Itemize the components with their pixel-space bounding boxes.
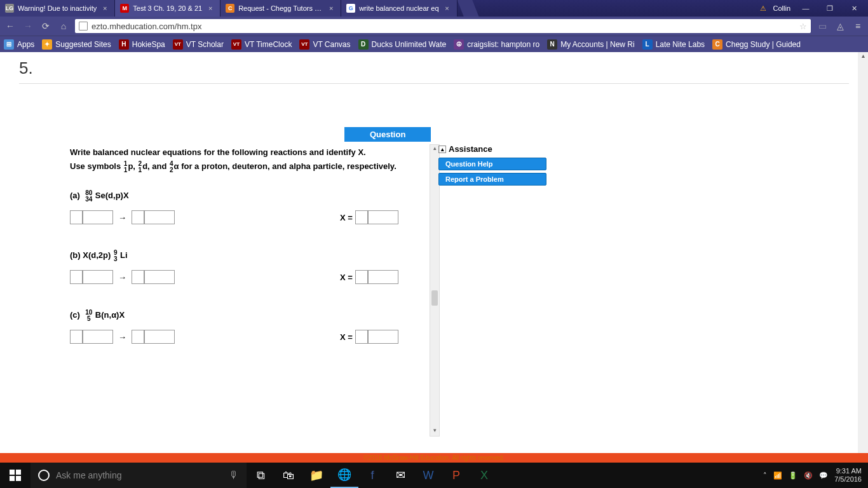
chrome-icon[interactable]: 🌐 bbox=[330, 463, 358, 488]
input-b-right-sup[interactable] bbox=[132, 270, 144, 284]
start-button[interactable] bbox=[0, 463, 31, 488]
input-a-x[interactable] bbox=[368, 210, 398, 224]
bookmark-latenite[interactable]: LLate Nite Labs bbox=[642, 39, 705, 50]
bookmark-star-icon[interactable]: ☆ bbox=[799, 22, 807, 31]
tray-chevron-icon[interactable]: ˄ bbox=[763, 471, 767, 480]
action-center-icon[interactable]: 💬 bbox=[819, 471, 828, 480]
store-icon[interactable]: 🛍 bbox=[275, 463, 302, 488]
close-icon[interactable]: × bbox=[100, 4, 109, 12]
footer-copyright: ©2016 McGraw-Hill Education. All rights … bbox=[0, 453, 868, 463]
close-icon[interactable]: × bbox=[206, 4, 215, 12]
facebook-icon[interactable]: f bbox=[358, 463, 386, 488]
input-c-left[interactable] bbox=[83, 330, 113, 344]
word-icon[interactable]: W bbox=[414, 463, 442, 488]
bookmark-craigslist[interactable]: ☮craigslist: hampton ro bbox=[454, 39, 539, 50]
input-c-x[interactable] bbox=[368, 330, 398, 344]
bm-label: VT Canvas bbox=[313, 40, 350, 49]
input-c-left-sup[interactable] bbox=[70, 330, 83, 344]
input-a-right-sup[interactable] bbox=[132, 210, 144, 224]
bookmark-hokiespa[interactable]: HHokieSpa bbox=[119, 39, 165, 50]
browser-toolbar: ← → ⟳ ⌂ ezto.mheducation.com/hm.tpx ☆ ▭ … bbox=[0, 17, 868, 36]
microphone-icon[interactable]: 🎙 bbox=[229, 470, 239, 481]
wifi-icon[interactable]: 📶 bbox=[773, 471, 782, 480]
b-iso-atno: 3 bbox=[114, 256, 118, 262]
report-problem-button[interactable]: Report a Problem bbox=[438, 173, 546, 186]
peace-icon: ☮ bbox=[454, 39, 464, 50]
footer-text: ©2016 McGraw-Hill Education. All rights … bbox=[363, 454, 505, 461]
vt-icon: VT bbox=[299, 39, 309, 50]
page-icon bbox=[79, 22, 88, 30]
input-c-right[interactable] bbox=[144, 330, 175, 344]
bookmark-accounts[interactable]: NMy Accounts | New Ri bbox=[547, 39, 634, 50]
bookmark-apps[interactable]: ⊞Apps bbox=[4, 39, 34, 50]
tab-title-3: write balanced nuclear eq bbox=[359, 4, 438, 12]
q2-suffix: α for a proton, deuteron, and alpha part… bbox=[174, 161, 397, 171]
mail-icon[interactable]: ✉ bbox=[386, 463, 414, 488]
clock-time: 9:31 AM bbox=[834, 467, 862, 475]
scroll-up-icon[interactable]: ▴ bbox=[858, 52, 868, 59]
reload-button[interactable]: ⟳ bbox=[39, 20, 52, 32]
input-a-left-sup[interactable] bbox=[70, 210, 83, 224]
close-window-button[interactable]: ✕ bbox=[845, 4, 863, 13]
cast-icon[interactable]: ▭ bbox=[816, 20, 829, 32]
browser-tab-3[interactable]: G write balanced nuclear eq × bbox=[341, 0, 457, 17]
file-explorer-icon[interactable]: 📁 bbox=[302, 463, 330, 488]
task-view-button[interactable]: ⧉ bbox=[247, 463, 275, 488]
inner-scrollbar[interactable]: ▴ ▾ bbox=[430, 144, 440, 437]
address-bar[interactable]: ezto.mheducation.com/hm.tpx ☆ bbox=[75, 19, 811, 33]
maximize-button[interactable]: ❐ bbox=[821, 4, 839, 13]
bookmark-vtscholar[interactable]: VTVT Scholar bbox=[173, 39, 224, 50]
bookmark-vttimeclock[interactable]: VTVT TimeClock bbox=[231, 39, 292, 50]
question-help-button[interactable]: Question Help bbox=[438, 158, 546, 170]
cortana-search[interactable]: Ask me anything 🎙 bbox=[31, 463, 247, 488]
home-button[interactable]: ⌂ bbox=[57, 20, 70, 32]
drive-icon[interactable]: ◬ bbox=[834, 20, 846, 32]
collapse-icon[interactable]: ▴ bbox=[438, 146, 446, 153]
lab-icon: L bbox=[642, 39, 653, 50]
input-b-x-sup[interactable] bbox=[355, 270, 368, 284]
input-a-x-sup[interactable] bbox=[355, 210, 368, 224]
volume-icon[interactable]: 🔇 bbox=[804, 471, 813, 480]
vt-icon: VT bbox=[231, 39, 241, 50]
page-scrollbar[interactable]: ▴ bbox=[858, 52, 868, 453]
browser-tab-2[interactable]: C Request - Chegg Tutors | O × bbox=[220, 0, 341, 17]
bookmark-chegg[interactable]: CChegg Study | Guided bbox=[712, 39, 801, 50]
menu-icon[interactable]: ≡ bbox=[851, 20, 864, 32]
clock-date: 7/5/2016 bbox=[834, 475, 862, 484]
input-b-left[interactable] bbox=[83, 270, 113, 284]
scroll-down-icon[interactable]: ▾ bbox=[430, 427, 439, 436]
bookmark-ducks[interactable]: DDucks Unlimited Wate bbox=[358, 39, 447, 50]
bookmark-vtcanvas[interactable]: VTVT Canvas bbox=[299, 39, 350, 50]
input-a-left[interactable] bbox=[83, 210, 113, 224]
back-button[interactable]: ← bbox=[4, 20, 17, 32]
arrow-icon: → bbox=[118, 273, 126, 282]
bookmark-suggested[interactable]: ✦Suggested Sites bbox=[42, 39, 111, 50]
input-c-x-sup[interactable] bbox=[355, 330, 368, 344]
minimize-button[interactable]: — bbox=[797, 4, 815, 12]
bm-label: HokieSpa bbox=[132, 40, 165, 49]
user-name[interactable]: Collin bbox=[773, 4, 790, 12]
input-c-right-sup[interactable] bbox=[132, 330, 144, 344]
question-tab[interactable]: Question bbox=[344, 127, 431, 142]
powerpoint-icon[interactable]: P bbox=[442, 463, 470, 488]
scroll-thumb[interactable] bbox=[431, 290, 438, 306]
excel-icon[interactable]: X bbox=[470, 463, 498, 488]
browser-tab-0[interactable]: LG Warning! Due to inactivity × bbox=[0, 0, 115, 17]
battery-icon[interactable]: 🔋 bbox=[789, 471, 797, 480]
new-tab-button[interactable] bbox=[458, 0, 479, 17]
favicon-0: LG bbox=[5, 4, 14, 13]
part-c-label: (c) bbox=[70, 310, 80, 320]
scroll-up-icon[interactable]: ▴ bbox=[430, 145, 439, 154]
input-b-x[interactable] bbox=[368, 270, 398, 284]
p-atno: 1 bbox=[124, 167, 128, 173]
forward-button[interactable]: → bbox=[22, 20, 34, 32]
close-icon[interactable]: × bbox=[327, 4, 336, 12]
input-b-right[interactable] bbox=[144, 270, 175, 284]
x-equals-c: X = bbox=[340, 332, 353, 342]
close-icon[interactable]: × bbox=[443, 4, 452, 12]
input-a-right[interactable] bbox=[144, 210, 175, 224]
input-b-left-sup[interactable] bbox=[70, 270, 83, 284]
taskbar-clock[interactable]: 9:31 AM 7/5/2016 bbox=[834, 467, 862, 484]
browser-tab-1[interactable]: M Test 3 Ch. 19, 20 & 21 × bbox=[115, 0, 220, 17]
d-atno: 1 bbox=[139, 167, 142, 173]
